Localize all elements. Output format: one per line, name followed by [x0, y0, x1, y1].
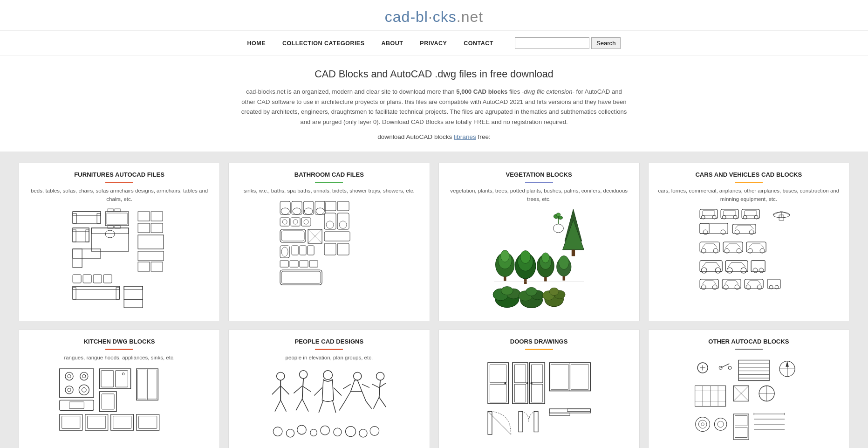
svg-point-168 [80, 372, 88, 380]
card-other-title: OTHER AUTOCAD BLOCKS [654, 338, 843, 346]
svg-rect-69 [337, 201, 349, 211]
svg-line-211 [362, 384, 369, 387]
svg-point-41 [293, 208, 301, 214]
svg-rect-94 [562, 276, 565, 280]
search-form: Search [515, 37, 621, 49]
nav-collection[interactable]: COLLECTION CATEGORIES [282, 40, 365, 47]
nav-home[interactable]: HOME [247, 40, 266, 47]
card-kitchen-text: KITCHEN DWG BLOCKS rangues, rangue hoods… [19, 330, 219, 366]
card-kitchen[interactable]: KITCHEN DWG BLOCKS rangues, rangue hoods… [19, 330, 220, 448]
svg-line-196 [272, 386, 280, 394]
svg-rect-6 [108, 209, 113, 212]
svg-point-58 [281, 247, 288, 256]
card-cars-underline [735, 182, 763, 183]
site-logo[interactable]: cad-bl·cks.net [0, 8, 868, 26]
card-cars-text: CARS AND VEHICLES CAD BLOCKS cars, lorri… [649, 163, 849, 207]
svg-line-205 [302, 399, 308, 412]
logo-text: cad-bl·cks.net [385, 8, 483, 25]
svg-point-194 [277, 372, 285, 380]
svg-rect-65 [309, 261, 318, 267]
bathroom-svg [229, 199, 429, 302]
svg-point-102 [526, 287, 537, 296]
svg-rect-15 [91, 228, 129, 234]
card-bathroom-desc: sinks, w.c., baths, spa baths, urinals, … [234, 187, 424, 195]
card-cars[interactable]: CARS AND VEHICLES CAD BLOCKS cars, lorri… [648, 163, 849, 321]
svg-rect-62 [280, 261, 288, 267]
svg-point-142 [701, 268, 707, 273]
svg-rect-83 [504, 276, 506, 281]
svg-point-45 [316, 208, 324, 214]
svg-point-49 [293, 220, 298, 224]
card-doors-text: DOORS DRAWINGS [439, 330, 639, 358]
card-bathroom-underline [315, 182, 343, 183]
card-kitchen-image [19, 366, 219, 448]
svg-line-201 [302, 379, 303, 399]
svg-rect-242 [534, 412, 538, 432]
svg-rect-59 [292, 246, 298, 255]
svg-rect-64 [300, 261, 308, 267]
svg-line-222 [379, 380, 380, 397]
hero-title: CAD Blocks and AutoCAD .dwg files in fre… [9, 68, 859, 80]
svg-point-172 [79, 385, 89, 395]
svg-point-166 [65, 372, 73, 380]
svg-rect-165 [60, 369, 94, 397]
svg-rect-50 [301, 218, 311, 226]
svg-rect-53 [281, 231, 304, 241]
svg-line-204 [296, 399, 302, 410]
svg-point-169 [82, 374, 86, 378]
card-vegetation[interactable]: VEGETATION BLOCKS vegetation, plants, tr… [438, 163, 640, 321]
card-other[interactable]: OTHER AUTOCAD BLOCKS [648, 330, 849, 448]
svg-point-283 [718, 421, 724, 427]
svg-point-39 [281, 208, 289, 214]
svg-rect-193 [139, 416, 157, 428]
nav-about[interactable]: ABOUT [382, 40, 403, 47]
svg-rect-178 [116, 370, 128, 386]
nav-privacy[interactable]: PRIVACY [420, 40, 447, 47]
hero-subtitle: download AutoCAD blocks libraries free: [239, 132, 630, 142]
logo-dot: · [428, 8, 433, 25]
svg-point-86 [520, 250, 530, 263]
svg-rect-245 [551, 365, 568, 390]
svg-point-206 [323, 370, 333, 379]
svg-rect-21 [93, 275, 102, 283]
svg-rect-46 [280, 218, 289, 226]
svg-rect-241 [519, 412, 523, 432]
svg-rect-234 [514, 385, 526, 403]
svg-rect-181 [102, 394, 114, 409]
card-doors[interactable]: DOORS DRAWINGS [438, 330, 640, 448]
svg-rect-249 [567, 409, 590, 412]
svg-point-146 [741, 268, 746, 273]
other-svg [649, 358, 849, 448]
svg-rect-177 [101, 370, 114, 386]
search-input[interactable] [515, 37, 589, 49]
svg-line-208 [334, 387, 342, 395]
nav-contact[interactable]: CONTACT [464, 40, 493, 47]
svg-rect-116 [703, 211, 715, 215]
card-other-underline [735, 349, 763, 350]
search-button[interactable]: Search [591, 37, 621, 49]
card-vegetation-underline [525, 182, 553, 183]
card-cars-desc: cars, lorries, commercial, airplanes, ot… [654, 187, 843, 203]
svg-point-230 [504, 382, 506, 384]
site-header: cad-bl·cks.net [0, 0, 868, 31]
cards-grid-section: FURNITURES AUTOCAD FILES beds, tables, s… [0, 152, 868, 448]
card-bathroom[interactable]: BATHROOM CAD FILES sinks, w.c., baths, s… [228, 163, 430, 321]
card-people[interactable]: PEOPLE CAD DESIGNS people in elevation, … [228, 330, 430, 448]
svg-point-143 [715, 268, 721, 273]
svg-point-255 [728, 366, 731, 370]
svg-rect-248 [549, 413, 570, 416]
furnitures-svg [19, 207, 219, 310]
libraries-link[interactable]: libraries [454, 133, 476, 140]
svg-point-73 [339, 221, 347, 228]
svg-rect-35 [138, 251, 164, 261]
svg-rect-17 [73, 249, 101, 258]
svg-point-179 [122, 372, 124, 375]
svg-rect-186 [60, 414, 82, 430]
svg-line-203 [302, 386, 311, 391]
svg-point-98 [501, 286, 513, 295]
card-doors-image [439, 358, 639, 448]
svg-line-254 [720, 364, 729, 368]
card-doors-title: DOORS DRAWINGS [444, 338, 634, 346]
svg-rect-87 [524, 279, 527, 284]
card-furnitures[interactable]: FURNITURES AUTOCAD FILES beds, tables, s… [19, 163, 220, 321]
